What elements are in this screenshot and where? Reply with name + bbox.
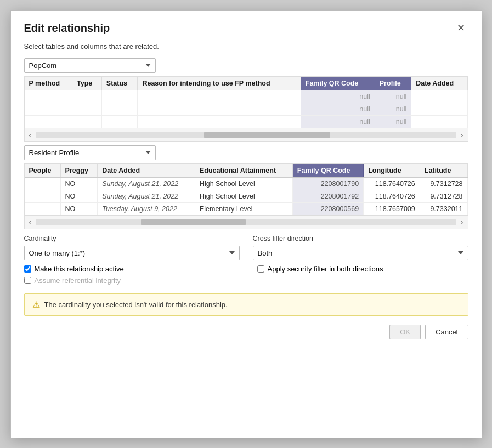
filter-col: Cross filter direction Both Single [253, 235, 468, 260]
table2-section: Resident Profile People Preggy Date Adde… [24, 145, 468, 229]
table2-dropdown[interactable]: Resident Profile [24, 145, 156, 160]
table-row: NO Sunday, August 21, 2022 High School L… [25, 177, 468, 190]
col-header: P method [25, 77, 72, 90]
col-header: Longitude [364, 164, 420, 178]
dialog-title: Edit relationship [24, 22, 110, 35]
scroll-thumb [141, 219, 246, 225]
table1-wrapper: P method Type Status Reason for intendin… [24, 76, 468, 142]
table1: P method Type Status Reason for intendin… [25, 77, 468, 128]
security-filter-option: Apply security filter in both directions [257, 265, 468, 273]
options-right: Apply security filter in both directions [257, 265, 468, 285]
warning-box: ⚠ The cardinality you selected isn't val… [24, 293, 468, 316]
cross-filter-select[interactable]: Both Single [253, 246, 468, 260]
warning-icon: ⚠ [32, 299, 40, 310]
security-filter-label[interactable]: Apply security filter in both directions [268, 265, 383, 273]
scroll-track [36, 219, 456, 225]
col-header: Educational Attainment [195, 164, 292, 178]
security-filter-checkbox[interactable] [257, 265, 264, 273]
col-header-highlighted: Family QR Code [301, 77, 375, 90]
col-header: Reason for intending to use FP method [138, 77, 301, 90]
referential-integrity-checkbox[interactable] [24, 277, 31, 284]
cardinality-col: Cardinality One to many (1:*) One to one… [24, 235, 240, 260]
dialog-footer: OK Cancel [11, 316, 482, 350]
scroll-right-arrow[interactable]: › [459, 217, 466, 228]
cardinality-select[interactable]: One to many (1:*) One to one (1:1) Many … [24, 246, 240, 260]
table1-scrollbar[interactable]: ‹ › [25, 128, 468, 141]
table1-dropdown[interactable]: PopCom [24, 58, 156, 73]
edit-relationship-dialog: Edit relationship ✕ Select tables and co… [10, 10, 482, 438]
cardinality-filter-row: Cardinality One to many (1:*) One to one… [24, 235, 468, 260]
col-header: Preggy [60, 164, 98, 178]
table-row: null null [25, 103, 468, 115]
make-active-checkbox[interactable] [24, 265, 31, 273]
scroll-thumb [204, 132, 330, 138]
scroll-left-arrow[interactable]: ‹ [27, 129, 34, 140]
table-row: NO Tuesday, August 9, 2022 Elementary Le… [25, 202, 468, 215]
table2-scrollbar[interactable]: ‹ › [25, 215, 468, 229]
referential-integrity-label[interactable]: Assume referential integrity [35, 276, 121, 285]
table-row: null null [25, 90, 468, 103]
col-header: Status [101, 77, 138, 90]
dialog-header: Edit relationship ✕ [11, 11, 482, 40]
cancel-button[interactable]: Cancel [425, 325, 468, 339]
cross-filter-label: Cross filter direction [253, 235, 468, 242]
col-header: Latitude [420, 164, 467, 178]
scroll-track [36, 132, 456, 138]
table2-wrapper: People Preggy Date Added Educational Att… [24, 163, 468, 229]
table2: People Preggy Date Added Educational Att… [25, 164, 468, 215]
cardinality-label: Cardinality [24, 235, 240, 242]
table-row: NO Sunday, August 21, 2022 High School L… [25, 190, 468, 202]
referential-integrity-option: Assume referential integrity [24, 276, 235, 285]
make-active-label[interactable]: Make this relationship active [35, 265, 124, 273]
col-header-highlighted: Family QR Code [292, 164, 363, 178]
col-header-highlighted: Profile [375, 77, 411, 90]
dialog-subtitle: Select tables and columns that are relat… [11, 40, 482, 58]
table-row: null null [25, 115, 468, 128]
scroll-left-arrow[interactable]: ‹ [27, 217, 34, 228]
warning-message: The cardinality you selected isn't valid… [44, 300, 228, 309]
options-row: Make this relationship active Assume ref… [24, 265, 468, 285]
close-button[interactable]: ✕ [454, 22, 468, 34]
table1-section: PopCom P method Type Status Reason for i… [24, 58, 468, 142]
scroll-right-arrow[interactable]: › [459, 129, 466, 140]
col-header: Date Added [98, 164, 195, 178]
col-header: Type [72, 77, 102, 90]
ok-button[interactable]: OK [389, 325, 421, 339]
make-active-option: Make this relationship active [24, 265, 235, 273]
options-left: Make this relationship active Assume ref… [24, 265, 235, 285]
col-header: People [25, 164, 61, 178]
col-header: Date Added [411, 77, 467, 90]
dialog-body: PopCom P method Type Status Reason for i… [11, 58, 482, 316]
